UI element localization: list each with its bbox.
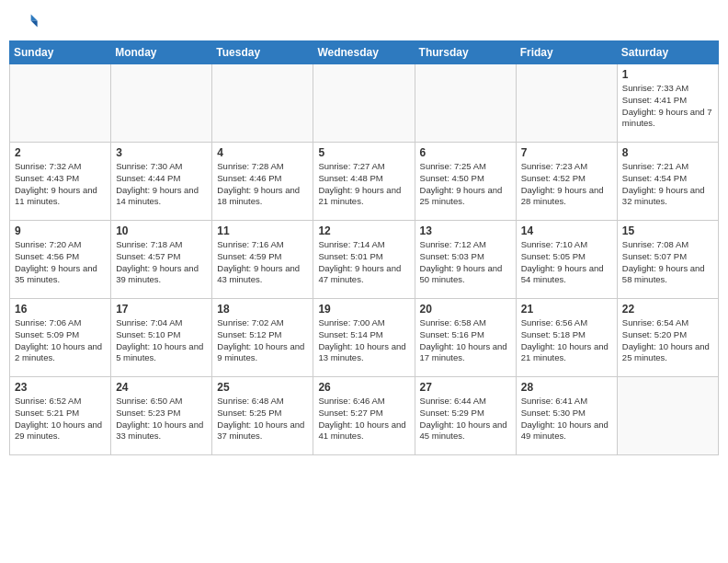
calendar-day-cell: 11Sunrise: 7:16 AM Sunset: 4:59 PM Dayli…	[212, 221, 313, 299]
day-info: Sunrise: 7:32 AM Sunset: 4:43 PM Dayligh…	[15, 161, 106, 208]
day-number: 26	[318, 381, 409, 394]
calendar-day-cell: 8Sunrise: 7:21 AM Sunset: 4:54 PM Daylig…	[617, 143, 718, 221]
calendar-day-cell: 23Sunrise: 6:52 AM Sunset: 5:21 PM Dayli…	[10, 377, 111, 455]
day-info: Sunrise: 6:52 AM Sunset: 5:21 PM Dayligh…	[15, 396, 106, 442]
weekday-header: Monday	[111, 41, 212, 64]
calendar-day-cell: 15Sunrise: 7:08 AM Sunset: 5:07 PM Dayli…	[617, 221, 718, 299]
calendar-header-row: SundayMondayTuesdayWednesdayThursdayFrid…	[10, 41, 719, 64]
calendar-day-cell: 2Sunrise: 7:32 AM Sunset: 4:43 PM Daylig…	[10, 143, 111, 221]
calendar-week-row: 23Sunrise: 6:52 AM Sunset: 5:21 PM Dayli…	[10, 377, 719, 455]
day-number: 5	[318, 146, 409, 159]
weekday-header: Saturday	[617, 41, 718, 64]
day-info: Sunrise: 7:27 AM Sunset: 4:48 PM Dayligh…	[318, 161, 409, 208]
calendar-day-cell: 26Sunrise: 6:46 AM Sunset: 5:27 PM Dayli…	[313, 377, 415, 455]
day-number: 19	[318, 303, 409, 316]
day-info: Sunrise: 6:46 AM Sunset: 5:27 PM Dayligh…	[318, 396, 409, 442]
day-info: Sunrise: 6:44 AM Sunset: 5:29 PM Dayligh…	[420, 396, 511, 442]
day-number: 18	[217, 303, 308, 316]
day-info: Sunrise: 6:56 AM Sunset: 5:18 PM Dayligh…	[521, 317, 612, 364]
day-info: Sunrise: 6:50 AM Sunset: 5:23 PM Dayligh…	[116, 396, 207, 442]
day-info: Sunrise: 7:21 AM Sunset: 4:54 PM Dayligh…	[622, 161, 713, 208]
weekday-header: Tuesday	[212, 41, 313, 64]
calendar-table: SundayMondayTuesdayWednesdayThursdayFrid…	[9, 40, 719, 455]
day-number: 14	[521, 224, 612, 237]
calendar-day-cell: 16Sunrise: 7:06 AM Sunset: 5:09 PM Dayli…	[10, 299, 111, 377]
calendar-day-cell: 24Sunrise: 6:50 AM Sunset: 5:23 PM Dayli…	[111, 377, 212, 455]
day-number: 25	[217, 381, 308, 394]
day-info: Sunrise: 7:04 AM Sunset: 5:10 PM Dayligh…	[116, 317, 207, 364]
logo-icon	[13, 9, 39, 35]
day-number: 11	[217, 224, 308, 237]
day-number: 17	[116, 303, 207, 316]
day-info: Sunrise: 7:06 AM Sunset: 5:09 PM Dayligh…	[15, 317, 106, 364]
logo	[13, 9, 42, 35]
calendar-day-cell: 22Sunrise: 6:54 AM Sunset: 5:20 PM Dayli…	[617, 299, 718, 377]
day-info: Sunrise: 7:28 AM Sunset: 4:46 PM Dayligh…	[217, 161, 308, 208]
calendar-day-cell	[111, 64, 212, 143]
calendar-day-cell: 17Sunrise: 7:04 AM Sunset: 5:10 PM Dayli…	[111, 299, 212, 377]
calendar-day-cell: 1Sunrise: 7:33 AM Sunset: 4:41 PM Daylig…	[617, 64, 718, 143]
calendar-day-cell: 19Sunrise: 7:00 AM Sunset: 5:14 PM Dayli…	[313, 299, 415, 377]
svg-marker-0	[31, 15, 38, 21]
day-number: 1	[622, 68, 713, 81]
calendar-week-row: 1Sunrise: 7:33 AM Sunset: 4:41 PM Daylig…	[10, 64, 719, 143]
calendar-day-cell: 25Sunrise: 6:48 AM Sunset: 5:25 PM Dayli…	[212, 377, 313, 455]
calendar-day-cell: 7Sunrise: 7:23 AM Sunset: 4:52 PM Daylig…	[516, 143, 617, 221]
day-number: 12	[318, 224, 409, 237]
day-info: Sunrise: 7:23 AM Sunset: 4:52 PM Dayligh…	[521, 161, 612, 208]
page-header	[9, 9, 719, 35]
calendar-day-cell	[212, 64, 313, 143]
day-number: 13	[420, 224, 511, 237]
weekday-header: Sunday	[10, 41, 111, 64]
calendar-day-cell: 5Sunrise: 7:27 AM Sunset: 4:48 PM Daylig…	[313, 143, 415, 221]
day-number: 6	[420, 146, 511, 159]
day-number: 24	[116, 381, 207, 394]
day-info: Sunrise: 7:30 AM Sunset: 4:44 PM Dayligh…	[116, 161, 207, 208]
calendar-day-cell	[10, 64, 111, 143]
calendar-day-cell: 4Sunrise: 7:28 AM Sunset: 4:46 PM Daylig…	[212, 143, 313, 221]
calendar-day-cell: 3Sunrise: 7:30 AM Sunset: 4:44 PM Daylig…	[111, 143, 212, 221]
day-info: Sunrise: 7:20 AM Sunset: 4:56 PM Dayligh…	[15, 239, 106, 286]
calendar-day-cell	[313, 64, 415, 143]
day-number: 3	[116, 146, 207, 159]
calendar-day-cell: 18Sunrise: 7:02 AM Sunset: 5:12 PM Dayli…	[212, 299, 313, 377]
calendar-day-cell	[415, 64, 516, 143]
day-number: 15	[622, 224, 713, 237]
day-info: Sunrise: 7:02 AM Sunset: 5:12 PM Dayligh…	[217, 317, 308, 364]
calendar-day-cell: 14Sunrise: 7:10 AM Sunset: 5:05 PM Dayli…	[516, 221, 617, 299]
day-info: Sunrise: 7:18 AM Sunset: 4:57 PM Dayligh…	[116, 239, 207, 286]
weekday-header: Wednesday	[313, 41, 415, 64]
day-info: Sunrise: 7:00 AM Sunset: 5:14 PM Dayligh…	[318, 317, 409, 364]
day-number: 2	[15, 146, 106, 159]
calendar-day-cell: 12Sunrise: 7:14 AM Sunset: 5:01 PM Dayli…	[313, 221, 415, 299]
calendar-day-cell: 6Sunrise: 7:25 AM Sunset: 4:50 PM Daylig…	[415, 143, 516, 221]
day-number: 7	[521, 146, 612, 159]
day-number: 4	[217, 146, 308, 159]
day-info: Sunrise: 7:12 AM Sunset: 5:03 PM Dayligh…	[420, 239, 511, 286]
day-info: Sunrise: 7:33 AM Sunset: 4:41 PM Dayligh…	[622, 83, 713, 130]
day-info: Sunrise: 7:25 AM Sunset: 4:50 PM Dayligh…	[420, 161, 511, 208]
calendar-day-cell: 28Sunrise: 6:41 AM Sunset: 5:30 PM Dayli…	[516, 377, 617, 455]
calendar-day-cell: 10Sunrise: 7:18 AM Sunset: 4:57 PM Dayli…	[111, 221, 212, 299]
calendar-day-cell: 20Sunrise: 6:58 AM Sunset: 5:16 PM Dayli…	[415, 299, 516, 377]
day-number: 22	[622, 303, 713, 316]
svg-marker-1	[31, 21, 38, 28]
day-info: Sunrise: 7:14 AM Sunset: 5:01 PM Dayligh…	[318, 239, 409, 286]
calendar-week-row: 16Sunrise: 7:06 AM Sunset: 5:09 PM Dayli…	[10, 299, 719, 377]
day-number: 23	[15, 381, 106, 394]
day-info: Sunrise: 7:08 AM Sunset: 5:07 PM Dayligh…	[622, 239, 713, 286]
weekday-header: Friday	[516, 41, 617, 64]
day-info: Sunrise: 6:54 AM Sunset: 5:20 PM Dayligh…	[622, 317, 713, 364]
day-info: Sunrise: 6:58 AM Sunset: 5:16 PM Dayligh…	[420, 317, 511, 364]
day-info: Sunrise: 6:41 AM Sunset: 5:30 PM Dayligh…	[521, 396, 612, 442]
day-number: 20	[420, 303, 511, 316]
day-info: Sunrise: 6:48 AM Sunset: 5:25 PM Dayligh…	[217, 396, 308, 442]
calendar-day-cell: 21Sunrise: 6:56 AM Sunset: 5:18 PM Dayli…	[516, 299, 617, 377]
calendar-day-cell: 27Sunrise: 6:44 AM Sunset: 5:29 PM Dayli…	[415, 377, 516, 455]
day-number: 16	[15, 303, 106, 316]
day-number: 21	[521, 303, 612, 316]
day-info: Sunrise: 7:10 AM Sunset: 5:05 PM Dayligh…	[521, 239, 612, 286]
calendar-day-cell: 9Sunrise: 7:20 AM Sunset: 4:56 PM Daylig…	[10, 221, 111, 299]
day-info: Sunrise: 7:16 AM Sunset: 4:59 PM Dayligh…	[217, 239, 308, 286]
weekday-header: Thursday	[415, 41, 516, 64]
